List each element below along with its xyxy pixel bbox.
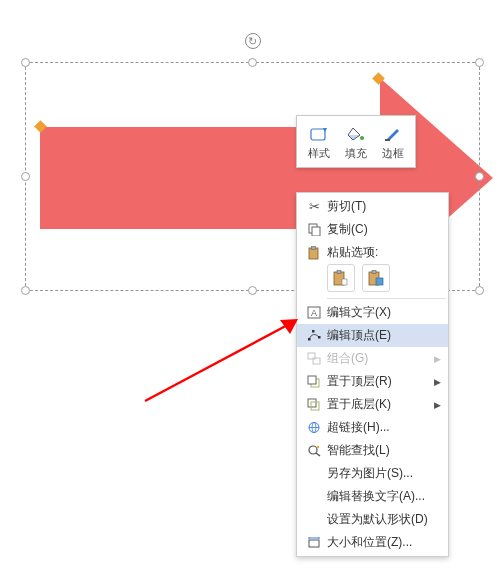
svg-rect-9: [337, 271, 341, 274]
menu-edit-points-label: 编辑顶点(E): [327, 327, 444, 344]
group-icon: [301, 352, 327, 365]
outline-icon: [382, 123, 404, 145]
resize-handle-nw[interactable]: [21, 58, 30, 67]
menu-bring-front[interactable]: 置于顶层(R) ▶: [297, 370, 448, 393]
menu-bring-front-label: 置于顶层(R): [327, 373, 434, 390]
paste-icon: [301, 246, 327, 260]
style-icon: [308, 123, 330, 145]
menu-save-as-picture[interactable]: 另存为图片(S)...: [297, 462, 448, 485]
menu-edit-alt-text-label: 编辑替换文字(A)...: [327, 488, 444, 505]
outline-button[interactable]: 边框: [380, 121, 406, 163]
menu-separator: [327, 298, 446, 299]
send-back-icon: [301, 398, 327, 411]
canvas: ↻ 样式 填充 边框: [0, 0, 500, 588]
menu-send-back-label: 置于底层(K): [327, 396, 434, 413]
menu-paste-options-label: 粘贴选项:: [327, 244, 444, 261]
hyperlink-icon: [301, 421, 327, 434]
svg-rect-30: [309, 540, 319, 547]
menu-cut-label: 剪切(T): [327, 198, 444, 215]
menu-paste-options: 粘贴选项:: [297, 241, 448, 264]
menu-hyperlink[interactable]: 超链接(H)...: [297, 416, 448, 439]
menu-copy-label: 复制(C): [327, 221, 444, 238]
svg-rect-1: [311, 129, 325, 140]
menu-group: 组合(G) ▶: [297, 347, 448, 370]
svg-text:A: A: [311, 308, 317, 318]
paste-option-2[interactable]: [362, 264, 390, 292]
submenu-arrow: ▶: [434, 354, 444, 364]
svg-rect-15: [308, 338, 311, 341]
svg-rect-3: [385, 139, 390, 141]
resize-handle-s[interactable]: [248, 286, 257, 295]
menu-size-position-label: 大小和位置(Z)...: [327, 534, 444, 551]
annotation-arrow: [140, 276, 320, 406]
rotate-handle[interactable]: ↻: [245, 33, 261, 49]
menu-edit-text-label: 编辑文字(X): [327, 304, 444, 321]
svg-rect-11: [372, 271, 376, 274]
svg-rect-5: [312, 227, 320, 236]
edit-text-icon: A: [301, 306, 327, 319]
resize-handle-ne[interactable]: [475, 58, 484, 67]
resize-handle-sw[interactable]: [21, 286, 30, 295]
resize-handle-w[interactable]: [21, 172, 30, 181]
context-menu: ✂ 剪切(T) 复制(C) 粘贴选项: A: [296, 192, 449, 557]
fill-button[interactable]: 填充: [343, 121, 369, 163]
menu-smart-lookup[interactable]: 智能查找(L): [297, 439, 448, 462]
paste-option-1[interactable]: [327, 264, 355, 292]
submenu-arrow: ▶: [434, 400, 444, 410]
menu-set-default-shape-label: 设置为默认形状(D): [327, 511, 444, 528]
menu-send-back[interactable]: 置于底层(K) ▶: [297, 393, 448, 416]
edit-points-icon: [301, 329, 327, 342]
paste-options-row: [297, 264, 448, 296]
resize-handle-se[interactable]: [475, 286, 484, 295]
menu-copy[interactable]: 复制(C): [297, 218, 448, 241]
fill-icon: [345, 123, 367, 145]
svg-rect-22: [308, 399, 316, 407]
menu-hyperlink-label: 超链接(H)...: [327, 419, 444, 436]
svg-rect-7: [311, 246, 315, 249]
menu-edit-text[interactable]: A 编辑文字(X): [297, 301, 448, 324]
resize-handle-n[interactable]: [248, 58, 257, 67]
svg-point-27: [309, 446, 317, 454]
menu-set-default-shape[interactable]: 设置为默认形状(D): [297, 508, 448, 531]
svg-point-2: [360, 136, 364, 140]
menu-smart-lookup-label: 智能查找(L): [327, 442, 444, 459]
svg-rect-12: [376, 278, 383, 285]
submenu-arrow: ▶: [434, 377, 444, 387]
fill-label: 填充: [345, 146, 367, 161]
menu-size-position[interactable]: 大小和位置(Z)...: [297, 531, 448, 554]
outline-label: 边框: [382, 146, 404, 161]
bring-front-icon: [301, 375, 327, 388]
copy-icon: [301, 223, 327, 236]
svg-line-28: [316, 453, 320, 456]
menu-edit-points[interactable]: 编辑顶点(E): [297, 324, 448, 347]
menu-edit-alt-text[interactable]: 编辑替换文字(A)...: [297, 485, 448, 508]
style-label: 样式: [308, 146, 330, 161]
mini-toolbar: 样式 填充 边框: [296, 115, 416, 168]
resize-handle-e[interactable]: [475, 172, 484, 181]
menu-group-label: 组合(G): [327, 350, 434, 367]
menu-save-as-picture-label: 另存为图片(S)...: [327, 465, 444, 482]
svg-rect-21: [308, 376, 316, 384]
svg-line-34: [145, 321, 295, 401]
style-button[interactable]: 样式: [306, 121, 332, 163]
cut-icon: ✂: [301, 199, 327, 214]
svg-point-29: [317, 446, 319, 448]
smart-lookup-icon: [301, 444, 327, 457]
menu-cut[interactable]: ✂ 剪切(T): [297, 195, 448, 218]
size-position-icon: [301, 536, 327, 549]
svg-rect-16: [312, 330, 315, 333]
svg-rect-17: [318, 336, 321, 339]
